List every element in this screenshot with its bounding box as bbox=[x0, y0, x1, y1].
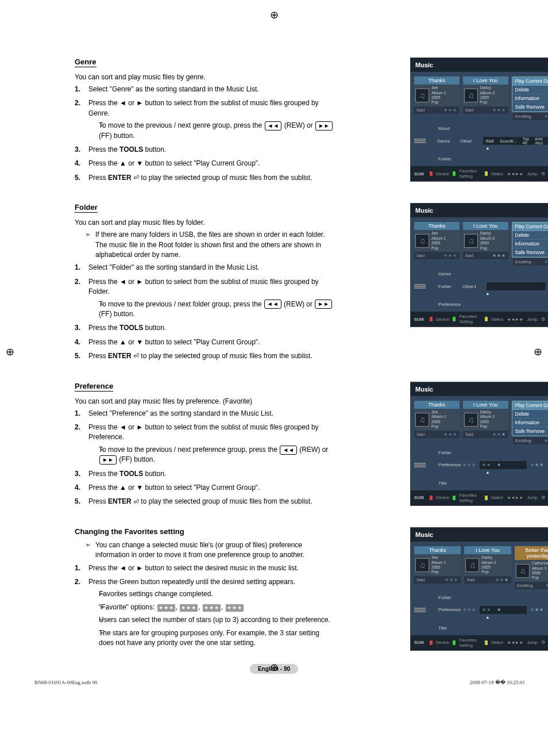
music-tile-2: I Love You ♫ DarbyAlbum 22005Pop Sad★★★ bbox=[464, 546, 511, 584]
menu-delete[interactable]: Delete bbox=[512, 86, 549, 94]
footer-left: BN68-01691A-00Eng.indb 90 bbox=[34, 680, 98, 685]
menu-safe-remove[interactable]: Safe Remove bbox=[512, 427, 549, 436]
music-tile-1: Thanks ♫ JeeAlbum 12005Pop Sad★★★ bbox=[414, 76, 460, 114]
star-opt-0: ★★★ bbox=[157, 604, 175, 612]
album: Album 1 bbox=[431, 415, 446, 419]
text: (REW) or bbox=[284, 300, 314, 308]
music-note-icon: ♫ bbox=[464, 89, 478, 102]
genre-tag: Pop bbox=[480, 424, 495, 429]
green-button-icon bbox=[453, 317, 456, 321]
mood: Sad bbox=[466, 577, 474, 582]
mood: Sad bbox=[465, 253, 473, 258]
music-tile-1: Thanks ♫ JeeAlbum 12005Pop Sad★★★ bbox=[414, 401, 460, 438]
menu-play-current[interactable]: Play Current Group bbox=[512, 77, 549, 86]
green-button-icon bbox=[453, 640, 456, 645]
text: (REW) or bbox=[284, 121, 315, 129]
music-note-icon: ♫ bbox=[465, 558, 479, 572]
screenshot-footer: SUM Device Favorites Setting Select ◄◄►►… bbox=[411, 635, 548, 650]
menu-information[interactable]: Information bbox=[512, 419, 549, 427]
artist: Darby bbox=[480, 410, 495, 415]
menu-play-current[interactable]: Play Current Group bbox=[512, 401, 549, 410]
enter-icon: ⏎ bbox=[133, 497, 139, 507]
device-label: Device bbox=[436, 640, 449, 645]
music-note-icon: ♫ bbox=[464, 413, 478, 427]
menu-information[interactable]: Information bbox=[512, 240, 549, 248]
cat-label: Folder bbox=[438, 156, 459, 162]
favorites-heading: Changing the Favorites setting bbox=[75, 527, 333, 536]
tools-icon: ⚙ bbox=[541, 317, 545, 322]
genre-intro: You can sort and play music files by gen… bbox=[75, 73, 333, 81]
green-button-icon bbox=[453, 171, 456, 176]
genre-step-2: 2Press the ◄ or ► button to select from … bbox=[75, 98, 333, 141]
sh-title: Music bbox=[411, 58, 548, 72]
menu-information[interactable]: Information bbox=[512, 94, 549, 103]
section-preference: Preference You can sort and play music f… bbox=[75, 382, 525, 507]
text: Press the ▲ or ▼ button to select "Play … bbox=[88, 159, 260, 167]
yellow-button-icon bbox=[485, 496, 488, 500]
folder-heading: Folder bbox=[75, 203, 98, 213]
menu-safe-remove[interactable]: Safe Remove bbox=[512, 103, 549, 112]
context-menu: Play Current Group Delete Information Sa… bbox=[512, 401, 549, 436]
artist: Jee bbox=[431, 410, 446, 415]
year: 2005 bbox=[532, 571, 548, 575]
yellow-button-icon bbox=[485, 171, 488, 176]
folder-step-4: 4Press the ▲ or ▼ button to select "Play… bbox=[75, 337, 333, 347]
album: Album 2 bbox=[480, 91, 495, 95]
pref-step-4: 4Press the ▲ or ▼ button to select "Play… bbox=[75, 483, 333, 493]
stars: ★★★ bbox=[443, 108, 457, 113]
menu-safe-remove[interactable]: Safe Remove bbox=[512, 248, 549, 257]
mood: Sad bbox=[416, 108, 424, 113]
text: to play the selected group of music file… bbox=[139, 174, 312, 182]
genre-tag: Pop bbox=[481, 570, 496, 574]
tile-title: I Love You bbox=[463, 401, 508, 409]
mood: Exciting bbox=[517, 583, 533, 588]
artist: Jee bbox=[431, 231, 446, 236]
category-row-genre: Genre Other R&B Soundtr... Top 40 Acid J… bbox=[414, 137, 548, 145]
menu-delete[interactable]: Delete bbox=[512, 410, 549, 419]
tools-label: TOOLS bbox=[119, 324, 143, 332]
enter-label: ENTER bbox=[108, 174, 132, 182]
genre-tag: Pop bbox=[431, 246, 446, 251]
folder-intro: You can sort and play music files by fol… bbox=[75, 218, 333, 227]
star-opt-3: ★★★ bbox=[226, 604, 244, 612]
fav-label: Favorites Setting bbox=[459, 638, 481, 648]
year: 2005 bbox=[480, 420, 495, 424]
music-tile-2: I Love You ♫ DarbyAlbum 22005Pop Sad★★★ bbox=[463, 222, 508, 259]
music-tile-2: I Love You ♫ DarbyAlbum 22005Pop Sad★★★ bbox=[463, 76, 508, 114]
artist: Jee bbox=[431, 86, 446, 90]
yellow-button-icon bbox=[485, 317, 488, 321]
music-note-icon: ♫ bbox=[415, 89, 429, 102]
text: Press the ◄ or ► button to select the de… bbox=[88, 564, 299, 572]
year: 2005 bbox=[431, 420, 446, 424]
genre-top40: Top 40 bbox=[523, 137, 529, 145]
triangle-up-icon: ▲ bbox=[486, 470, 490, 474]
album: Album 2 bbox=[480, 236, 495, 241]
folder-step-5: 5 Press ENTER ⏎ to play the selected gro… bbox=[75, 351, 333, 362]
tile-title: Thanks bbox=[414, 222, 460, 230]
text: Press the ◄ or ► button to select from t… bbox=[88, 423, 319, 441]
album: Album 1 bbox=[431, 561, 446, 565]
year: 2005 bbox=[480, 95, 495, 100]
year: 2005 bbox=[480, 241, 495, 245]
pref-step-3: 3 Press the TOOLS button. bbox=[75, 469, 333, 479]
rew-button-icon: ◄◄ bbox=[265, 121, 282, 131]
text: (FF) button. bbox=[119, 455, 155, 463]
sum-label: SUM bbox=[414, 317, 424, 322]
artist: Jee bbox=[431, 555, 446, 560]
fav-b4: The stars are for grouping purposes only… bbox=[88, 628, 333, 648]
jump-label: Jump bbox=[527, 640, 538, 645]
menu-play-current[interactable]: Play Current Group bbox=[512, 222, 549, 231]
text: Press the bbox=[88, 324, 119, 332]
folder-note: If there are many folders in USB, the fi… bbox=[75, 230, 333, 260]
sum-label: SUM bbox=[414, 171, 424, 176]
text: Press bbox=[88, 352, 108, 360]
category-row-folder: Folder bbox=[414, 156, 548, 162]
mood: Sad bbox=[416, 432, 424, 437]
mood: Sad bbox=[416, 253, 424, 258]
green-button-icon bbox=[453, 496, 456, 500]
menu-delete[interactable]: Delete bbox=[512, 231, 549, 240]
text: (FF) button. bbox=[99, 310, 135, 318]
stars-1: ★★★ bbox=[495, 577, 509, 582]
artist: Catherine bbox=[532, 561, 548, 566]
tile-title: Better than yesterday bbox=[515, 546, 548, 560]
